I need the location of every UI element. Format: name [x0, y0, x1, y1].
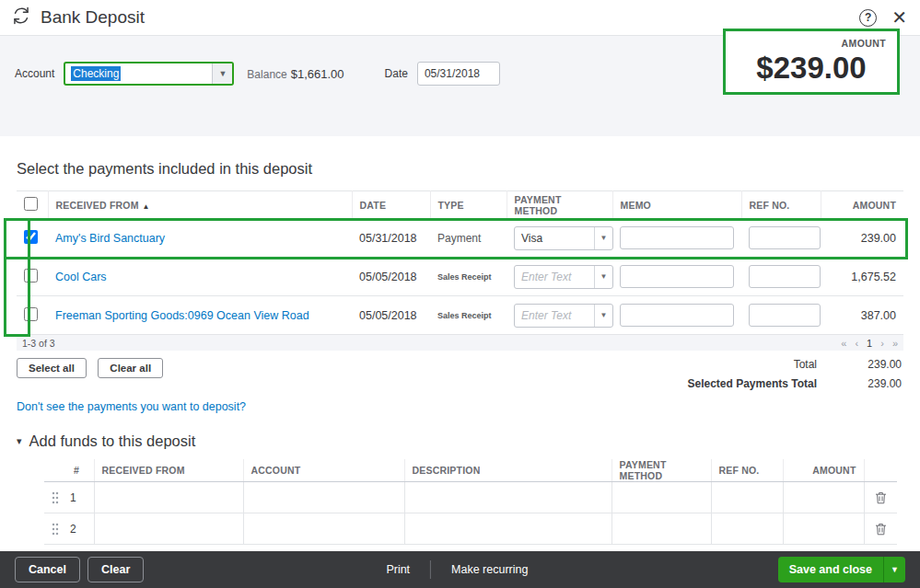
date-group: Date — [385, 62, 500, 86]
received-from-cell[interactable] — [94, 513, 243, 545]
row-checkbox[interactable] — [24, 230, 38, 244]
payments-section-title: Select the payments included in this dep… — [17, 160, 903, 178]
memo-input[interactable] — [620, 265, 734, 288]
payment-method-select[interactable]: Enter Text ▼ — [514, 265, 613, 289]
add-funds-table: # RECEIVED FROM ACCOUNT DESCRIPTION PAYM… — [44, 459, 897, 545]
amount-cell[interactable] — [783, 482, 864, 513]
current-page[interactable]: 1 — [867, 338, 872, 349]
total-row: Total 239.00 — [688, 358, 903, 371]
amount-value: $239.00 — [737, 51, 886, 86]
first-page-icon[interactable]: « — [841, 338, 846, 349]
payment-method-cell[interactable] — [611, 482, 711, 513]
close-icon[interactable]: ✕ — [891, 8, 907, 27]
last-page-icon[interactable]: » — [892, 338, 898, 349]
drag-handle-icon[interactable] — [52, 523, 59, 536]
print-button[interactable]: Print — [386, 563, 410, 576]
help-icon[interactable]: ? — [859, 9, 877, 27]
col-amount[interactable]: AMOUNT — [821, 191, 903, 219]
col-description: DESCRIPTION — [404, 459, 611, 482]
footer-bar: Cancel Clear Print Make recurring Save a… — [0, 551, 920, 588]
payment-type: Sales Receipt — [430, 258, 507, 296]
account-cell[interactable] — [243, 513, 404, 545]
topbar-actions: ? ✕ — [859, 8, 907, 27]
payment-row: Cool Cars 05/05/2018 Sales Receipt Enter… — [17, 258, 903, 296]
delete-row-button[interactable] — [875, 491, 887, 504]
received-from-link[interactable]: Amy's Bird Sanctuary — [55, 232, 165, 245]
payment-type: Sales Receipt — [430, 296, 507, 335]
table-actions: Select all Clear all Total 239.00 Select… — [17, 358, 903, 397]
balance-label: Balance — [247, 68, 286, 81]
chevron-down-icon[interactable]: ▼ — [594, 266, 612, 288]
col-amount: AMOUNT — [783, 459, 864, 482]
total-label: Total — [794, 358, 817, 371]
received-from-link[interactable]: Cool Cars — [55, 271, 107, 283]
pagination-bar: 1-3 of 3 « ‹ 1 › » — [17, 335, 903, 351]
title-group: Bank Deposit — [11, 6, 145, 29]
cancel-button[interactable]: Cancel — [15, 557, 80, 582]
date-input[interactable] — [417, 62, 500, 86]
chevron-down-icon[interactable]: ▼ — [594, 305, 612, 327]
payment-method-select[interactable]: Visa ▼ — [514, 226, 613, 250]
selected-total-row: Selected Payments Total 239.00 — [688, 377, 903, 390]
selected-total-value: 239.00 — [817, 377, 902, 390]
account-cell[interactable] — [243, 482, 404, 513]
col-received-from[interactable]: RECEIVED FROM▲ — [48, 191, 352, 219]
col-type[interactable]: TYPE — [430, 191, 507, 219]
ref-no-cell[interactable] — [711, 513, 783, 545]
payment-method-select[interactable]: Enter Text ▼ — [514, 304, 613, 328]
date-label: Date — [385, 67, 408, 80]
ref-no-cell[interactable] — [711, 482, 783, 513]
received-from-link[interactable]: Freeman Sporting Goods:0969 Ocean View R… — [55, 309, 309, 322]
add-funds-row: 1 — [44, 482, 897, 513]
footer-divider — [430, 560, 431, 579]
description-cell[interactable] — [404, 482, 611, 513]
description-cell[interactable] — [404, 513, 611, 545]
ref-no-input[interactable] — [749, 304, 821, 327]
ref-no-input[interactable] — [749, 226, 821, 249]
add-funds-toggle[interactable]: ▾ Add funds to this deposit — [17, 432, 903, 450]
payment-method-cell[interactable] — [611, 513, 711, 545]
next-page-icon[interactable]: › — [880, 338, 884, 349]
bank-deposit-window: Bank Deposit ? ✕ Account Checking ▼ Bala… — [0, 0, 920, 588]
col-memo[interactable]: MEMO — [612, 191, 741, 219]
row-checkbox[interactable] — [24, 269, 38, 282]
amount-cell[interactable] — [783, 513, 864, 545]
clear-button[interactable]: Clear — [87, 557, 144, 582]
main-content: Select the payments included in this dep… — [0, 160, 920, 569]
memo-input[interactable] — [620, 226, 734, 249]
balance-value: $1,661.00 — [291, 67, 344, 81]
selected-total-label: Selected Payments Total — [688, 377, 818, 390]
payment-type: Payment — [430, 219, 507, 258]
select-all-button[interactable]: Select all — [17, 358, 87, 378]
col-ref-no[interactable]: REF NO. — [741, 191, 821, 219]
collapse-triangle-icon: ▾ — [17, 435, 22, 447]
payment-amount: 239.00 — [821, 219, 903, 258]
sort-asc-icon: ▲ — [143, 202, 150, 211]
col-date[interactable]: DATE — [352, 191, 430, 219]
select-all-checkbox[interactable] — [24, 197, 38, 211]
delete-row-button[interactable] — [875, 523, 887, 536]
received-from-cell[interactable] — [94, 482, 243, 513]
add-funds-header-row: # RECEIVED FROM ACCOUNT DESCRIPTION PAYM… — [44, 459, 897, 482]
col-payment-method[interactable]: PAYMENT METHOD — [507, 191, 612, 219]
deposit-info-band: Account Checking ▼ Balance$1,661.00 Date… — [0, 35, 920, 136]
row-checkbox[interactable] — [24, 307, 38, 321]
account-select[interactable]: Checking ▼ — [64, 62, 234, 86]
payment-date: 05/05/2018 — [352, 296, 430, 335]
chevron-down-icon[interactable]: ▼ — [212, 63, 232, 84]
pagination-range: 1-3 of 3 — [22, 338, 55, 349]
save-and-close-button[interactable]: Save and close — [778, 557, 883, 582]
save-options-caret-icon[interactable]: ▼ — [883, 557, 905, 582]
chevron-down-icon[interactable]: ▼ — [594, 227, 612, 249]
prev-page-icon[interactable]: ‹ — [855, 338, 858, 349]
add-funds-row: 2 — [44, 513, 897, 545]
clear-all-button[interactable]: Clear all — [98, 358, 163, 378]
make-recurring-button[interactable]: Make recurring — [451, 563, 528, 576]
payments-table: RECEIVED FROM▲ DATE TYPE PAYMENT METHOD … — [17, 190, 903, 335]
memo-input[interactable] — [620, 304, 734, 327]
ref-no-input[interactable] — [749, 265, 821, 288]
drag-handle-icon[interactable] — [52, 491, 59, 504]
payments-header-row: RECEIVED FROM▲ DATE TYPE PAYMENT METHOD … — [17, 191, 903, 219]
account-select-value: Checking — [65, 67, 212, 80]
missing-payments-link[interactable]: Don't see the payments you want to depos… — [17, 400, 246, 413]
